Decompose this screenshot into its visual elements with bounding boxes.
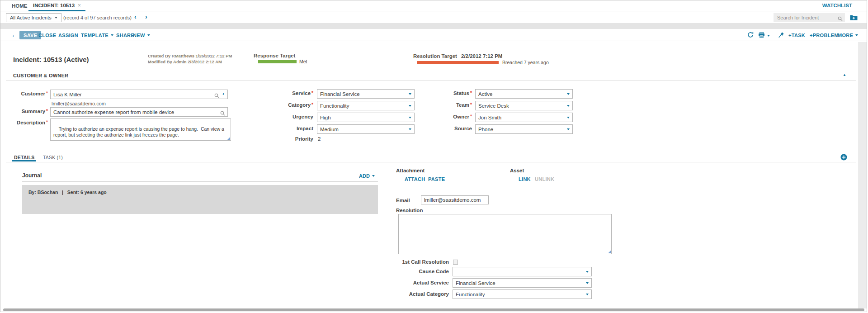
tabs-divider bbox=[6, 162, 856, 162]
close-icon[interactable]: × bbox=[78, 2, 81, 9]
cause-code-label: Cause Code bbox=[372, 269, 449, 274]
search-input[interactable] bbox=[774, 13, 845, 22]
attachment-title: Attachment bbox=[396, 168, 425, 173]
section-title-customer-owner: CUSTOMER & OWNER bbox=[13, 73, 68, 78]
response-target-label: Response Target bbox=[254, 53, 295, 58]
actual-category-value: Functionality bbox=[456, 292, 485, 297]
close-button[interactable]: CLOSE bbox=[38, 33, 56, 38]
journal-add-button[interactable]: ADD bbox=[359, 173, 375, 179]
asset-link-button[interactable]: LINK bbox=[519, 176, 531, 182]
section-divider bbox=[6, 80, 856, 81]
first-call-resolution-checkbox[interactable] bbox=[453, 260, 458, 265]
chevron-down-icon bbox=[111, 34, 113, 36]
journal-add-label: ADD bbox=[359, 173, 370, 179]
team-label: Team bbox=[427, 102, 472, 108]
goto-record-icon[interactable]: › bbox=[222, 90, 224, 97]
chevron-down-icon bbox=[767, 35, 770, 37]
prev-record-icon[interactable]: ‹ bbox=[134, 13, 137, 20]
vertical-scrollbar[interactable] bbox=[858, 42, 867, 308]
search-icon[interactable] bbox=[838, 15, 843, 23]
tab-home[interactable]: HOME bbox=[12, 0, 28, 11]
saved-search-dropdown[interactable]: All Active Incidents bbox=[6, 13, 61, 22]
collapse-section-icon[interactable]: ▲ bbox=[843, 73, 846, 77]
description-field[interactable]: Trying to authorize an expense report is… bbox=[50, 119, 231, 141]
customer-field[interactable] bbox=[50, 90, 228, 99]
resize-handle[interactable] bbox=[608, 251, 611, 253]
chevron-down-icon bbox=[55, 17, 57, 19]
actual-service-label: Actual Service bbox=[372, 280, 449, 285]
chevron-down-icon bbox=[147, 34, 150, 36]
impact-dropdown[interactable]: Medium bbox=[317, 124, 415, 134]
add-problem-button[interactable]: +PROBLEM bbox=[810, 33, 839, 38]
status-value: Active bbox=[478, 91, 492, 97]
owner-dropdown[interactable]: Jon Smith bbox=[475, 113, 573, 122]
assign-button[interactable]: ASSIGN bbox=[58, 33, 78, 38]
divider-band bbox=[0, 23, 867, 29]
priority-value: 2 bbox=[318, 136, 321, 142]
urgency-dropdown[interactable]: High bbox=[317, 113, 415, 122]
source-value: Phone bbox=[478, 127, 493, 132]
search-icon[interactable] bbox=[220, 109, 225, 118]
response-target-bar bbox=[258, 60, 297, 63]
journal-title: Journal bbox=[22, 172, 42, 179]
chevron-down-icon bbox=[567, 117, 570, 119]
search-icon[interactable] bbox=[214, 92, 219, 100]
asset-unlink-button[interactable]: UNLINK bbox=[535, 176, 554, 182]
modified-by-text: Modified By Admin 2/3/2012 2:12 AM bbox=[148, 59, 222, 64]
summary-label: Summary bbox=[5, 109, 48, 114]
paste-button[interactable]: PASTE bbox=[428, 176, 445, 182]
description-text: Trying to authorize an expense report is… bbox=[53, 126, 226, 138]
template-button[interactable]: TEMPLATE bbox=[81, 33, 113, 38]
summary-field[interactable] bbox=[50, 107, 228, 117]
journal-entry-text: By: BSochan | Sent: 6 years ago bbox=[28, 190, 107, 195]
resize-handle[interactable] bbox=[227, 137, 230, 140]
folder-add-icon[interactable] bbox=[850, 14, 858, 22]
team-dropdown[interactable]: Service Desk bbox=[475, 101, 573, 110]
resolution-target-status: Breached 7 years ago bbox=[502, 60, 549, 65]
template-label: TEMPLATE bbox=[81, 33, 108, 38]
plus-circle-icon[interactable] bbox=[840, 154, 847, 162]
share-button[interactable]: SHARE bbox=[116, 33, 134, 38]
watchlist-link[interactable]: WATCHLIST bbox=[822, 3, 852, 8]
new-button[interactable]: NEW bbox=[133, 33, 150, 38]
resolution-target-label: Resolution Target bbox=[413, 53, 457, 59]
service-dropdown[interactable]: Financial Service bbox=[317, 89, 415, 99]
chevron-down-icon bbox=[409, 117, 411, 119]
description-label: Description bbox=[5, 120, 48, 125]
back-arrow-icon[interactable]: ← bbox=[11, 31, 18, 38]
actual-service-dropdown[interactable]: Financial Service bbox=[453, 278, 592, 288]
more-button[interactable]: MORE bbox=[838, 33, 858, 38]
next-record-icon[interactable]: › bbox=[145, 13, 147, 20]
tab-task[interactable]: TASK (1) bbox=[43, 155, 63, 160]
horizontal-scrollbar[interactable] bbox=[3, 308, 864, 311]
chevron-down-icon bbox=[567, 105, 570, 107]
cause-code-dropdown[interactable] bbox=[453, 267, 592, 276]
filter-row: All Active Incidents (record 4 of 97 sea… bbox=[0, 12, 867, 23]
service-value: Financial Service bbox=[320, 91, 360, 97]
category-dropdown[interactable]: Functionality bbox=[317, 101, 415, 110]
email-field[interactable] bbox=[421, 195, 489, 204]
resolution-field[interactable] bbox=[398, 214, 612, 254]
refresh-icon[interactable] bbox=[747, 32, 754, 38]
email-label: Email bbox=[396, 198, 414, 203]
attach-button[interactable]: ATTACH bbox=[405, 176, 425, 182]
customer-email-text: lmiller@saasitdemo.com bbox=[52, 101, 106, 106]
resolution-target-bar bbox=[417, 61, 499, 64]
add-task-button[interactable]: +TASK bbox=[788, 33, 805, 38]
actual-category-label: Actual Category bbox=[372, 291, 449, 297]
journal-entry-row[interactable]: By: BSochan | Sent: 6 years ago bbox=[22, 185, 378, 214]
tab-incident[interactable]: INCIDENT: 10513 × bbox=[28, 0, 85, 11]
saved-search-value: All Active Incidents bbox=[10, 15, 52, 20]
tab-details[interactable]: DETAILS bbox=[14, 155, 35, 160]
pin-icon[interactable] bbox=[778, 32, 784, 38]
priority-label: Priority bbox=[268, 136, 313, 142]
customer-label: Customer bbox=[5, 91, 48, 96]
tab-bar: HOME INCIDENT: 10513 × WATCHLIST bbox=[0, 0, 867, 11]
chevron-down-icon bbox=[409, 128, 411, 130]
source-dropdown[interactable]: Phone bbox=[475, 124, 573, 134]
resolution-label: Resolution bbox=[396, 208, 432, 213]
actual-category-dropdown[interactable]: Functionality bbox=[453, 289, 592, 299]
status-dropdown[interactable]: Active bbox=[475, 89, 573, 99]
print-button[interactable] bbox=[758, 32, 770, 39]
status-label: Status bbox=[427, 90, 472, 96]
